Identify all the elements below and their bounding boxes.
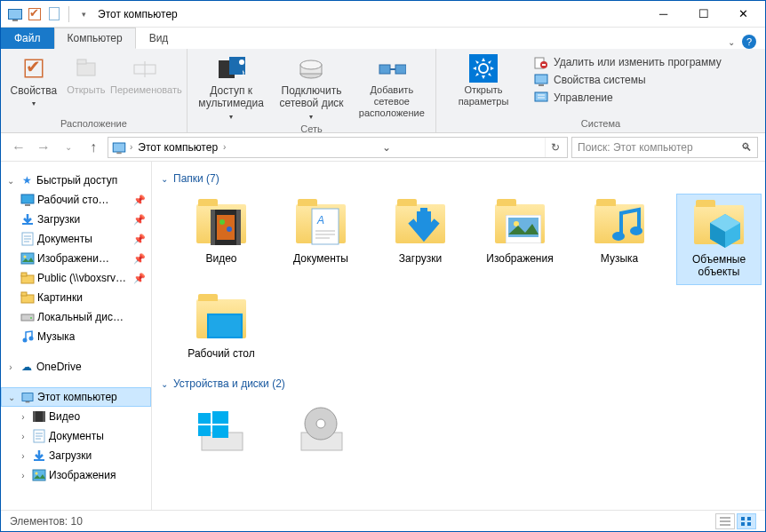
tab-view[interactable]: Вид (136, 28, 182, 49)
folder-item[interactable]: Изображения (477, 194, 563, 285)
app-icon[interactable] (6, 5, 24, 23)
tree-quick-access[interactable]: ⌄ ★ Быстрый доступ (1, 171, 151, 190)
folder-item[interactable]: AДокументы (278, 194, 363, 285)
tree-item[interactable]: ›Изображения (1, 465, 151, 485)
collapse-icon[interactable]: ⌄ (161, 174, 168, 184)
address-bar[interactable]: › Этот компьютер › ⌄ ↻ (108, 137, 568, 158)
svg-point-55 (612, 232, 625, 241)
properties-button[interactable]: Свойства ▾ (6, 52, 61, 111)
close-button[interactable]: ✕ (723, 1, 763, 27)
qat-properties-icon[interactable] (26, 5, 44, 23)
tree-onedrive[interactable]: › ☁ OneDrive (1, 357, 151, 377)
folder-item[interactable]: Видео (179, 194, 264, 285)
manage-button[interactable]: Управление (531, 90, 725, 106)
tree-this-pc[interactable]: ⌄ Этот компьютер (1, 387, 151, 407)
properties-icon (20, 54, 48, 83)
details-view-button[interactable] (715, 513, 735, 529)
expand-icon[interactable]: › (17, 471, 29, 480)
help-icon[interactable]: ? (742, 35, 756, 49)
expand-icon[interactable]: › (17, 432, 29, 441)
crumb-sep-icon[interactable]: › (128, 142, 134, 152)
expand-icon[interactable]: ⌄ (4, 176, 17, 186)
workspace: ⌄ ★ Быстрый доступ Рабочий сто…📌Загрузки… (1, 162, 765, 510)
tree-item[interactable]: ›Документы (1, 426, 151, 446)
maximize-button[interactable]: ☐ (683, 1, 723, 27)
svg-point-47 (219, 219, 225, 225)
svg-rect-45 (236, 210, 241, 245)
system-props-button[interactable]: Свойства системы (531, 72, 725, 88)
minimize-button[interactable]: ─ (643, 1, 683, 27)
refresh-button[interactable]: ↻ (545, 138, 565, 157)
tree-item[interactable]: Музыка (1, 327, 151, 346)
pin-icon: 📌 (133, 273, 151, 284)
tree-item[interactable]: Локальный дис… (1, 307, 151, 327)
tree-item[interactable]: Изображени…📌 (1, 249, 151, 268)
search-icon[interactable]: 🔍︎ (741, 141, 752, 154)
pin-icon: 📌 (133, 234, 151, 245)
folder-item[interactable]: Загрузки (378, 194, 463, 285)
folder-label: Объемные объекты (679, 253, 759, 279)
qat-separator (68, 6, 69, 22)
expand-icon[interactable]: › (17, 412, 29, 422)
expand-icon[interactable]: › (4, 362, 17, 372)
address-dropdown-icon[interactable]: ⌄ (377, 138, 396, 157)
tree-item[interactable]: Картинки (1, 288, 151, 307)
svg-rect-21 (535, 92, 547, 101)
section-folders-label: Папки (7) (173, 172, 219, 185)
navigation-bar: ← → ⌄ ↑ › Этот компьютер › ⌄ ↻ Поиск: Эт… (1, 133, 765, 162)
add-netloc-button[interactable]: Добавить сетевое расположение (354, 52, 430, 122)
manage-label: Управление (554, 91, 613, 104)
breadcrumb-thispc[interactable]: Этот компьютер (134, 141, 221, 154)
icons-view-button[interactable] (737, 513, 756, 529)
tree-item-label: Музыка (37, 330, 75, 343)
open-settings-label: Открыть параметры (447, 84, 520, 107)
tree-item-icon (32, 409, 46, 424)
collapse-icon[interactable]: ⌄ (161, 379, 168, 389)
recent-locations-button[interactable]: ⌄ (58, 137, 79, 158)
ribbon-group-network: ♪ Доступ к мультимедиа ▾ Подключить сете… (188, 49, 436, 132)
tree-item[interactable]: ›Загрузки (1, 446, 151, 465)
expand-icon[interactable]: ⌄ (5, 393, 18, 402)
open-settings-button[interactable]: Открыть параметры (442, 52, 525, 109)
ribbon-group-system-label: Система (442, 118, 760, 131)
svg-text:♪: ♪ (240, 67, 245, 79)
folder-item[interactable]: Объемные объекты (676, 194, 762, 285)
uninstall-label: Удалить или изменить программу (554, 56, 722, 68)
tab-computer[interactable]: Компьютер (54, 28, 136, 49)
tree-item[interactable]: Загрузки📌 (1, 210, 151, 229)
view-switcher (715, 513, 756, 529)
qat-dropdown-icon[interactable]: ▾ (75, 5, 92, 23)
drive-item[interactable] (278, 399, 363, 459)
tree-item[interactable]: Документы📌 (1, 229, 151, 249)
drive-item[interactable] (179, 399, 264, 459)
collapse-ribbon-icon[interactable]: ⌄ (728, 37, 735, 47)
tree-item-icon (20, 290, 35, 305)
crumb-sep-icon[interactable]: › (221, 142, 227, 152)
folder-item[interactable]: Музыка (577, 194, 662, 285)
map-drive-button[interactable]: Подключить сетевой диск ▾ (273, 52, 349, 123)
expand-icon[interactable]: › (17, 451, 29, 461)
tree-item-icon (32, 449, 46, 463)
folder-item[interactable]: Рабочий стол (179, 289, 264, 365)
svg-rect-41 (33, 470, 45, 480)
tree-item[interactable]: Public (\\vboxsrv…📌 (1, 268, 151, 288)
search-box[interactable]: Поиск: Этот компьютер 🔍︎ (571, 137, 758, 158)
section-drives[interactable]: ⌄ Устройства и диски (2) (161, 377, 765, 390)
svg-rect-19 (535, 75, 547, 83)
up-button[interactable]: ↑ (83, 137, 104, 158)
tab-file[interactable]: Файл (1, 28, 54, 49)
qat-newdoc-icon[interactable] (45, 5, 63, 23)
navigation-tree[interactable]: ⌄ ★ Быстрый доступ Рабочий сто…📌Загрузки… (1, 162, 152, 510)
uninstall-button[interactable]: Удалить или изменить программу (531, 54, 725, 70)
svg-point-33 (30, 317, 32, 319)
open-icon (72, 54, 100, 83)
back-button[interactable]: ← (8, 137, 29, 158)
tree-item[interactable]: Рабочий сто…📌 (1, 190, 151, 210)
content-pane[interactable]: ⌄ Папки (7) ВидеоAДокументыЗагрузкиИзобр… (152, 162, 765, 510)
section-folders[interactable]: ⌄ Папки (7) (161, 172, 765, 185)
onedrive-icon: ☁ (20, 360, 34, 374)
media-access-button[interactable]: ♪ Доступ к мультимедиа ▾ (193, 52, 269, 123)
rename-button: Переименовать (111, 52, 181, 98)
tree-item[interactable]: ›Видео (1, 407, 151, 426)
svg-rect-22 (21, 195, 34, 203)
